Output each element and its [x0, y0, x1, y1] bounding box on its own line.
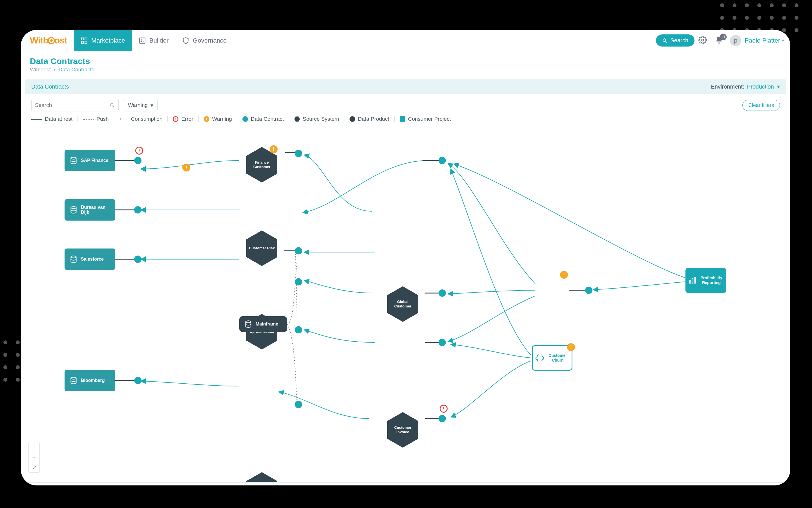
legend-consumer-project: Consumer Project: [400, 116, 451, 122]
status-warning-icon: !: [182, 164, 190, 171]
main-nav: Marketplace Builder Governance: [74, 30, 233, 51]
svg-rect-15: [694, 277, 695, 283]
svg-rect-3: [85, 41, 87, 43]
avatar[interactable]: p: [730, 35, 741, 46]
dc-loans-out[interactable]: [438, 289, 446, 297]
dc-fincust-out[interactable]: [295, 150, 302, 157]
logo[interactable]: Witbost: [30, 35, 67, 46]
filter-value: Warning: [128, 102, 148, 108]
env-label: Environment:: [711, 84, 744, 90]
database-icon: [69, 255, 78, 263]
database-icon: [244, 320, 252, 328]
status-error-icon: !: [135, 147, 143, 155]
node-source-mainframe[interactable]: Mainframe: [239, 316, 287, 332]
grid-icon: [81, 37, 88, 44]
svg-rect-2: [82, 41, 84, 43]
node-source-sap[interactable]: SAP Finance: [64, 150, 115, 171]
dc-sap-out[interactable]: [134, 157, 141, 164]
node-dp-global-customer[interactable]: Global Customer: [387, 286, 418, 322]
clear-filters-button[interactable]: Clear filters: [743, 100, 780, 111]
svg-point-5: [663, 39, 666, 41]
user-name[interactable]: Paolo Platter: [745, 37, 780, 44]
legend-push: Push: [83, 116, 108, 122]
svg-point-9: [71, 207, 77, 208]
svg-point-7: [110, 103, 113, 106]
node-source-bloomberg[interactable]: Bloomberg: [64, 370, 115, 391]
zoom-out-button[interactable]: −: [29, 452, 40, 462]
svg-rect-14: [692, 279, 693, 283]
page-title: Data Contracts: [30, 56, 781, 66]
dc-products-out[interactable]: [438, 415, 446, 422]
search-input[interactable]: [35, 102, 109, 108]
legend-data-product: Data Product: [349, 116, 389, 122]
node-dp-customer-invoice[interactable]: Customer Invoice: [387, 412, 418, 448]
panel-header: Data Contracts Environment: Production ▾: [25, 79, 786, 94]
dc-mf-1[interactable]: [295, 278, 302, 286]
settings-button[interactable]: [695, 33, 711, 48]
env-select[interactable]: Production ▾: [747, 83, 780, 90]
node-dp-customer-risk[interactable]: Customer Risk: [246, 230, 277, 266]
dc-global-out[interactable]: [438, 157, 446, 164]
status-error-icon: !: [440, 405, 447, 413]
svg-rect-13: [690, 280, 691, 283]
legend-error: !Error: [173, 116, 193, 122]
zoom-controls: + − ⤢: [29, 442, 40, 473]
nav-marketplace[interactable]: Marketplace: [74, 30, 132, 51]
status-warning-icon: !: [567, 343, 575, 351]
dc-profit-out[interactable]: [585, 287, 592, 294]
legend-warning: !Warning: [204, 116, 232, 122]
dc-bb-out[interactable]: [134, 377, 141, 384]
top-nav: Witbost Marketplace Builder Governance S…: [21, 30, 790, 51]
svg-rect-1: [85, 38, 87, 40]
dc-bvd-out[interactable]: [134, 206, 141, 214]
notifications-button[interactable]: 11: [711, 33, 727, 48]
graph-canvas[interactable]: SAP Finance Bureau van Dijk Salesforce B…: [25, 127, 786, 482]
shield-icon: [182, 37, 189, 44]
svg-point-11: [71, 377, 77, 379]
brain-icon: [535, 354, 544, 362]
status-warning-icon: !: [560, 271, 568, 279]
search-input-wrap[interactable]: [31, 99, 118, 112]
dc-mf-3[interactable]: [295, 401, 302, 408]
search-button[interactable]: Search: [656, 34, 695, 47]
legend-source-system: Source System: [294, 116, 339, 122]
chart-icon: [688, 276, 697, 285]
search-label: Search: [671, 37, 688, 44]
nav-builder[interactable]: Builder: [132, 30, 175, 51]
panel-title: Data Contracts: [31, 84, 69, 90]
builder-icon: [139, 37, 146, 44]
dc-acct-out[interactable]: [438, 339, 446, 346]
svg-rect-0: [82, 38, 84, 40]
search-icon: [662, 38, 668, 43]
chevron-down-icon: ▾: [150, 102, 153, 109]
node-dp-market-trades[interactable]: Market Trades: [246, 472, 277, 482]
node-consumer-reporting[interactable]: Profitability Reporting: [685, 268, 726, 293]
database-icon: [69, 377, 78, 384]
svg-point-8: [71, 157, 77, 159]
node-source-salesforce[interactable]: Salesforce: [64, 249, 115, 270]
crumb-root[interactable]: Witboost: [30, 67, 51, 73]
database-icon: [69, 206, 78, 214]
main-panel: Data Contracts Environment: Production ▾…: [25, 79, 786, 482]
svg-point-10: [71, 256, 77, 258]
nav-governance[interactable]: Governance: [175, 30, 233, 51]
decorative-dots-top-right: [720, 3, 799, 32]
nav-label: Builder: [149, 37, 169, 44]
nav-label: Governance: [193, 37, 227, 44]
node-source-bvd[interactable]: Bureau van Dijk: [64, 199, 115, 221]
gear-icon: [699, 36, 707, 44]
dc-mf-2[interactable]: [295, 326, 302, 333]
zoom-fit-button[interactable]: ⤢: [29, 462, 40, 472]
crumb-current[interactable]: Data Contracts: [59, 67, 94, 73]
database-icon: [69, 157, 78, 164]
dc-sf-out[interactable]: [134, 256, 141, 263]
zoom-in-button[interactable]: +: [29, 442, 40, 452]
legend-data-contract: Data Contract: [242, 116, 284, 122]
node-consumer-churn[interactable]: Customer Churn: [532, 345, 572, 371]
status-filter[interactable]: Warning ▾: [124, 99, 157, 112]
svg-point-6: [702, 39, 704, 41]
notifications-badge: 11: [720, 34, 727, 40]
dc-upsell-out[interactable]: [295, 247, 302, 254]
breadcrumb: Witboost / Data Contracts: [30, 67, 781, 73]
chevron-down-icon[interactable]: ▾: [782, 38, 784, 43]
